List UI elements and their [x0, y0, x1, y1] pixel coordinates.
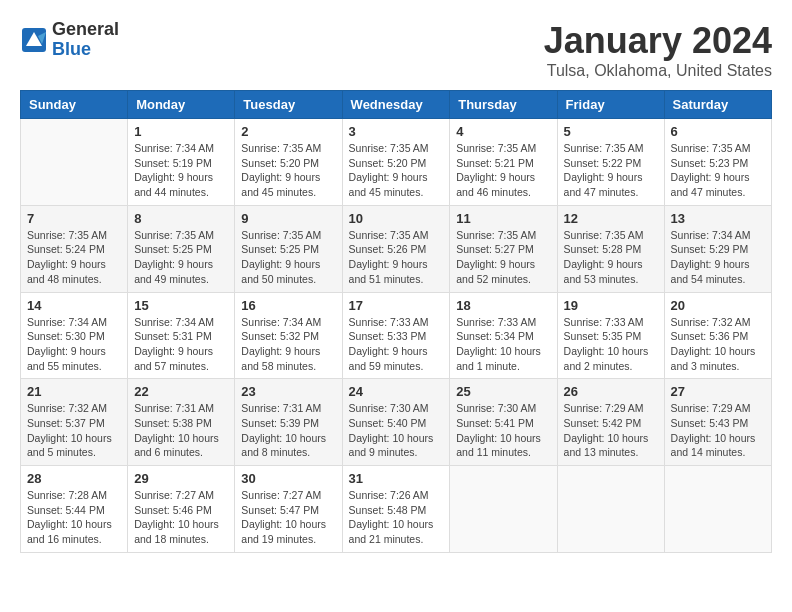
calendar-table: SundayMondayTuesdayWednesdayThursdayFrid…	[20, 90, 772, 553]
calendar-cell: 12Sunrise: 7:35 AM Sunset: 5:28 PM Dayli…	[557, 205, 664, 292]
calendar-cell: 26Sunrise: 7:29 AM Sunset: 5:42 PM Dayli…	[557, 379, 664, 466]
weekday-header-thursday: Thursday	[450, 91, 557, 119]
calendar-cell: 7Sunrise: 7:35 AM Sunset: 5:24 PM Daylig…	[21, 205, 128, 292]
location-title: Tulsa, Oklahoma, United States	[544, 62, 772, 80]
day-number: 26	[564, 384, 658, 399]
calendar-cell: 11Sunrise: 7:35 AM Sunset: 5:27 PM Dayli…	[450, 205, 557, 292]
page-header: General Blue January 2024 Tulsa, Oklahom…	[20, 20, 772, 80]
day-info: Sunrise: 7:32 AM Sunset: 5:37 PM Dayligh…	[27, 401, 121, 460]
day-number: 14	[27, 298, 121, 313]
calendar-cell: 22Sunrise: 7:31 AM Sunset: 5:38 PM Dayli…	[128, 379, 235, 466]
week-row: 14Sunrise: 7:34 AM Sunset: 5:30 PM Dayli…	[21, 292, 772, 379]
day-number: 11	[456, 211, 550, 226]
day-info: Sunrise: 7:35 AM Sunset: 5:22 PM Dayligh…	[564, 141, 658, 200]
calendar-cell: 9Sunrise: 7:35 AM Sunset: 5:25 PM Daylig…	[235, 205, 342, 292]
calendar-cell: 23Sunrise: 7:31 AM Sunset: 5:39 PM Dayli…	[235, 379, 342, 466]
day-info: Sunrise: 7:30 AM Sunset: 5:40 PM Dayligh…	[349, 401, 444, 460]
calendar-cell: 20Sunrise: 7:32 AM Sunset: 5:36 PM Dayli…	[664, 292, 771, 379]
weekday-header-wednesday: Wednesday	[342, 91, 450, 119]
day-info: Sunrise: 7:34 AM Sunset: 5:31 PM Dayligh…	[134, 315, 228, 374]
day-info: Sunrise: 7:29 AM Sunset: 5:42 PM Dayligh…	[564, 401, 658, 460]
day-info: Sunrise: 7:29 AM Sunset: 5:43 PM Dayligh…	[671, 401, 765, 460]
day-number: 17	[349, 298, 444, 313]
day-number: 5	[564, 124, 658, 139]
day-info: Sunrise: 7:34 AM Sunset: 5:29 PM Dayligh…	[671, 228, 765, 287]
day-info: Sunrise: 7:34 AM Sunset: 5:19 PM Dayligh…	[134, 141, 228, 200]
day-info: Sunrise: 7:35 AM Sunset: 5:28 PM Dayligh…	[564, 228, 658, 287]
day-number: 21	[27, 384, 121, 399]
day-number: 7	[27, 211, 121, 226]
day-info: Sunrise: 7:32 AM Sunset: 5:36 PM Dayligh…	[671, 315, 765, 374]
day-info: Sunrise: 7:33 AM Sunset: 5:35 PM Dayligh…	[564, 315, 658, 374]
day-info: Sunrise: 7:35 AM Sunset: 5:23 PM Dayligh…	[671, 141, 765, 200]
weekday-header-sunday: Sunday	[21, 91, 128, 119]
day-number: 13	[671, 211, 765, 226]
calendar-cell: 29Sunrise: 7:27 AM Sunset: 5:46 PM Dayli…	[128, 466, 235, 553]
day-number: 30	[241, 471, 335, 486]
week-row: 28Sunrise: 7:28 AM Sunset: 5:44 PM Dayli…	[21, 466, 772, 553]
calendar-cell: 19Sunrise: 7:33 AM Sunset: 5:35 PM Dayli…	[557, 292, 664, 379]
day-info: Sunrise: 7:27 AM Sunset: 5:46 PM Dayligh…	[134, 488, 228, 547]
day-info: Sunrise: 7:35 AM Sunset: 5:25 PM Dayligh…	[134, 228, 228, 287]
day-number: 22	[134, 384, 228, 399]
logo-icon	[20, 26, 48, 54]
logo-blue: Blue	[52, 40, 119, 60]
calendar-body: 1Sunrise: 7:34 AM Sunset: 5:19 PM Daylig…	[21, 119, 772, 553]
day-info: Sunrise: 7:34 AM Sunset: 5:32 PM Dayligh…	[241, 315, 335, 374]
calendar-cell: 1Sunrise: 7:34 AM Sunset: 5:19 PM Daylig…	[128, 119, 235, 206]
day-info: Sunrise: 7:26 AM Sunset: 5:48 PM Dayligh…	[349, 488, 444, 547]
title-area: January 2024 Tulsa, Oklahoma, United Sta…	[544, 20, 772, 80]
logo-text: General Blue	[52, 20, 119, 60]
day-info: Sunrise: 7:31 AM Sunset: 5:38 PM Dayligh…	[134, 401, 228, 460]
calendar-cell: 24Sunrise: 7:30 AM Sunset: 5:40 PM Dayli…	[342, 379, 450, 466]
day-info: Sunrise: 7:35 AM Sunset: 5:24 PM Dayligh…	[27, 228, 121, 287]
calendar-cell	[450, 466, 557, 553]
calendar-cell: 13Sunrise: 7:34 AM Sunset: 5:29 PM Dayli…	[664, 205, 771, 292]
calendar-cell: 10Sunrise: 7:35 AM Sunset: 5:26 PM Dayli…	[342, 205, 450, 292]
day-number: 28	[27, 471, 121, 486]
calendar-cell: 18Sunrise: 7:33 AM Sunset: 5:34 PM Dayli…	[450, 292, 557, 379]
logo-general: General	[52, 20, 119, 40]
day-number: 2	[241, 124, 335, 139]
day-info: Sunrise: 7:35 AM Sunset: 5:25 PM Dayligh…	[241, 228, 335, 287]
calendar-cell: 2Sunrise: 7:35 AM Sunset: 5:20 PM Daylig…	[235, 119, 342, 206]
weekday-header-saturday: Saturday	[664, 91, 771, 119]
day-number: 31	[349, 471, 444, 486]
day-number: 25	[456, 384, 550, 399]
day-number: 3	[349, 124, 444, 139]
week-row: 7Sunrise: 7:35 AM Sunset: 5:24 PM Daylig…	[21, 205, 772, 292]
day-info: Sunrise: 7:35 AM Sunset: 5:20 PM Dayligh…	[349, 141, 444, 200]
day-number: 27	[671, 384, 765, 399]
calendar-cell: 15Sunrise: 7:34 AM Sunset: 5:31 PM Dayli…	[128, 292, 235, 379]
calendar-cell	[557, 466, 664, 553]
day-number: 24	[349, 384, 444, 399]
calendar-cell: 21Sunrise: 7:32 AM Sunset: 5:37 PM Dayli…	[21, 379, 128, 466]
day-info: Sunrise: 7:31 AM Sunset: 5:39 PM Dayligh…	[241, 401, 335, 460]
calendar-cell: 3Sunrise: 7:35 AM Sunset: 5:20 PM Daylig…	[342, 119, 450, 206]
day-number: 4	[456, 124, 550, 139]
day-number: 29	[134, 471, 228, 486]
day-info: Sunrise: 7:35 AM Sunset: 5:26 PM Dayligh…	[349, 228, 444, 287]
day-number: 10	[349, 211, 444, 226]
day-info: Sunrise: 7:35 AM Sunset: 5:20 PM Dayligh…	[241, 141, 335, 200]
calendar-header-row: SundayMondayTuesdayWednesdayThursdayFrid…	[21, 91, 772, 119]
calendar-cell	[21, 119, 128, 206]
calendar-cell: 27Sunrise: 7:29 AM Sunset: 5:43 PM Dayli…	[664, 379, 771, 466]
weekday-header-tuesday: Tuesday	[235, 91, 342, 119]
logo: General Blue	[20, 20, 119, 60]
day-number: 19	[564, 298, 658, 313]
day-info: Sunrise: 7:30 AM Sunset: 5:41 PM Dayligh…	[456, 401, 550, 460]
weekday-header-monday: Monday	[128, 91, 235, 119]
day-info: Sunrise: 7:28 AM Sunset: 5:44 PM Dayligh…	[27, 488, 121, 547]
day-info: Sunrise: 7:33 AM Sunset: 5:34 PM Dayligh…	[456, 315, 550, 374]
day-info: Sunrise: 7:33 AM Sunset: 5:33 PM Dayligh…	[349, 315, 444, 374]
day-number: 8	[134, 211, 228, 226]
calendar-cell: 16Sunrise: 7:34 AM Sunset: 5:32 PM Dayli…	[235, 292, 342, 379]
day-info: Sunrise: 7:35 AM Sunset: 5:21 PM Dayligh…	[456, 141, 550, 200]
calendar-cell: 17Sunrise: 7:33 AM Sunset: 5:33 PM Dayli…	[342, 292, 450, 379]
calendar-cell: 5Sunrise: 7:35 AM Sunset: 5:22 PM Daylig…	[557, 119, 664, 206]
week-row: 21Sunrise: 7:32 AM Sunset: 5:37 PM Dayli…	[21, 379, 772, 466]
calendar-cell: 4Sunrise: 7:35 AM Sunset: 5:21 PM Daylig…	[450, 119, 557, 206]
calendar-cell: 28Sunrise: 7:28 AM Sunset: 5:44 PM Dayli…	[21, 466, 128, 553]
day-number: 15	[134, 298, 228, 313]
